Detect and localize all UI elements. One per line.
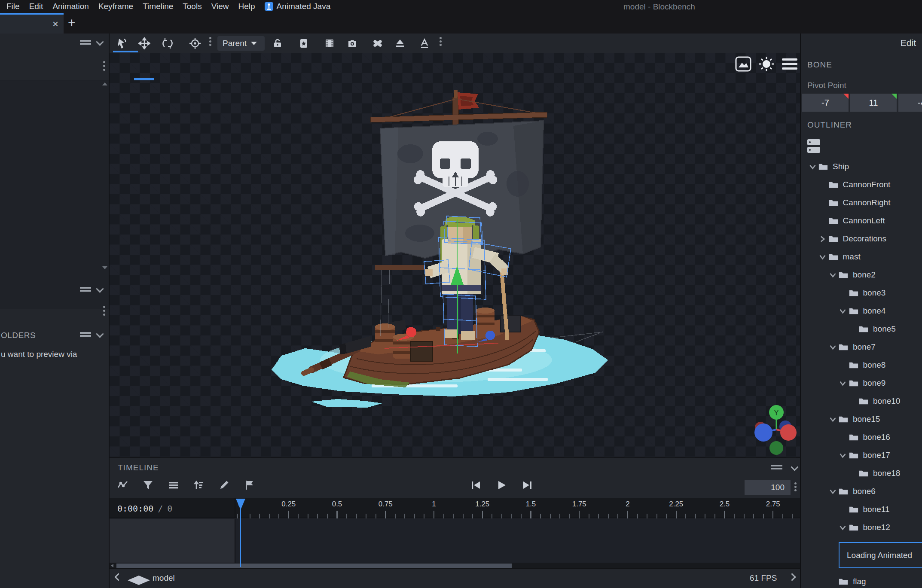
play-button[interactable] [495,479,507,491]
screenshot-camera-button[interactable] [345,36,360,51]
playhead-handle[interactable] [236,499,245,510]
text-format-button[interactable] [417,36,432,51]
tree-expand-icon[interactable] [837,524,849,531]
outliner-item-bone15[interactable]: bone15 [801,410,922,428]
outliner-item-cannonfront[interactable]: CannonFront [801,176,922,194]
outliner-item-flag[interactable]: flag [801,573,922,588]
tab-close-icon[interactable]: × [52,19,58,29]
outliner-item-bone8[interactable]: bone8 [801,356,922,374]
project-tab[interactable]: × [0,13,64,34]
timeline-ruler[interactable]: 00.250.50.7511.251.51.7522.252.52.75 [235,498,800,518]
panel-drag-handle-icon[interactable] [80,40,91,45]
toolbar-menu-icon[interactable] [440,37,442,39]
keyframe-card-button[interactable] [296,36,311,51]
view-orientation-gizmo[interactable]: Y [751,400,800,456]
tree-expand-icon[interactable] [817,236,828,242]
chevron-right-icon[interactable] [788,573,796,581]
export-eject-button[interactable] [393,36,407,51]
playback-speed-input[interactable]: 100 [745,480,791,495]
outliner-item-ship[interactable]: Ship [801,158,922,176]
outliner-item-bone6[interactable]: bone6 [801,482,922,500]
panel-drag-handle-icon[interactable] [771,465,782,469]
rotate-tool-button[interactable] [160,36,175,51]
plugin-bandage-button[interactable] [370,36,385,51]
toolbar-menu-icon[interactable] [209,37,211,39]
tree-expand-icon[interactable] [827,416,838,423]
mode-tab-edit[interactable]: Edit [901,38,916,48]
list-icon[interactable] [167,479,179,491]
tree-expand-icon[interactable] [817,254,828,260]
outliner-item-cannonleft[interactable]: CannonLeft [801,212,922,230]
speed-menu-icon[interactable] [794,482,797,484]
outliner-item-cannonright[interactable]: CannonRight [801,194,922,212]
panel-drag-handle-icon[interactable] [80,287,91,292]
tree-expand-icon[interactable] [827,344,838,350]
sort-hierarchy-icon[interactable] [192,479,205,491]
panel-menu-icon[interactable] [103,306,105,308]
outliner-item-bone3[interactable]: bone3 [801,284,922,302]
marker-flag-icon[interactable] [243,479,255,491]
viewport-menu-button[interactable] [781,56,798,72]
menu-animated-java[interactable]: Animated Java [260,0,336,13]
lighting-sun-button[interactable] [758,56,775,72]
viewport-canvas[interactable]: Y [110,53,800,457]
scroll-down-icon[interactable] [102,266,107,269]
menu-help[interactable]: Help [233,0,260,13]
scroll-left-icon[interactable] [111,564,113,567]
outliner-item-bone16[interactable]: bone16 [801,428,922,446]
menu-tools[interactable]: Tools [178,0,206,13]
jump-to-end-button[interactable] [521,479,533,491]
move-tool-button[interactable] [137,36,152,51]
outliner-item-bone10[interactable]: bone10 [801,392,922,410]
outliner-item-bone18[interactable]: bone18 [801,464,922,482]
panel-drag-handle-icon[interactable] [80,332,91,337]
filter-icon[interactable] [142,479,154,491]
menu-file[interactable]: File [2,0,24,13]
panel-collapse-icon[interactable] [97,331,103,337]
tree-expand-icon[interactable] [837,452,849,459]
pivot-z-input[interactable]: -4 [898,94,922,112]
menu-animation[interactable]: Animation [48,0,94,13]
loading-toast[interactable]: Loading Animated [839,542,922,568]
outliner-item-bone2[interactable]: bone2 [801,266,922,284]
outliner-view-toggle-icon[interactable] [807,139,820,153]
outliner-item-decorations[interactable]: Decorations [801,230,922,248]
menu-keyframe[interactable]: Keyframe [94,0,138,13]
tree-expand-icon[interactable] [827,272,838,278]
background-image-button[interactable] [735,56,752,72]
new-tab-icon[interactable]: + [68,15,76,30]
outliner-item-bone17[interactable]: bone17 [801,446,922,464]
panel-collapse-icon[interactable] [97,286,103,292]
menu-edit[interactable]: Edit [24,0,48,13]
menu-timeline[interactable]: Timeline [138,0,178,13]
outliner-item-mast[interactable]: mast [801,248,922,266]
pivot-x-input[interactable]: -7 [802,94,849,112]
timeline-scrollbar-thumb[interactable] [116,564,512,568]
tree-expand-icon[interactable] [837,308,849,314]
menu-view[interactable]: View [207,0,234,13]
chevron-left-icon[interactable] [114,573,122,581]
pivot-tool-button[interactable] [188,36,202,51]
panel-collapse-icon[interactable] [791,463,798,471]
outliner-item-bone12[interactable]: bone12 [801,518,922,536]
outliner-item-bone5[interactable]: bone5 [801,320,922,338]
panel-collapse-icon[interactable] [97,39,103,45]
pivot-y-input[interactable]: 11 [850,94,897,112]
edit-pencil-icon[interactable] [218,479,230,491]
lock-button[interactable] [270,36,285,51]
outliner-item-bone9[interactable]: bone9 [801,374,922,392]
pose-tool-button[interactable] [114,36,129,51]
outliner-item-bone4[interactable]: bone4 [801,302,922,320]
graph-editor-icon[interactable] [116,479,128,491]
timeline-tracks[interactable] [110,519,800,563]
outliner-item-bone7[interactable]: bone7 [801,338,922,356]
jump-to-start-button[interactable] [470,479,482,491]
animation-film-button[interactable] [322,36,337,51]
parent-mode-dropdown[interactable]: Parent [217,36,265,51]
tree-expand-icon[interactable] [827,488,838,495]
tree-expand-icon[interactable] [837,380,849,387]
panel-menu-icon[interactable] [103,61,105,63]
tree-expand-icon[interactable] [807,164,818,170]
scroll-up-icon[interactable] [102,82,107,85]
outliner-item-bone11[interactable]: bone11 [801,500,922,518]
